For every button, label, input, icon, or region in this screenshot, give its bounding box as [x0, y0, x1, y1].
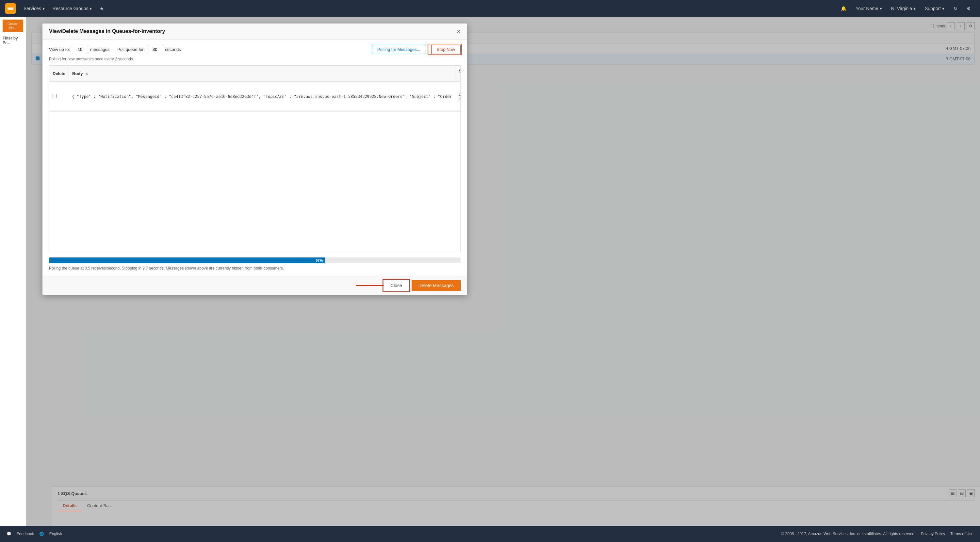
col-header-size: Size ⇅ [455, 66, 461, 82]
footer-right: © 2008 - 2017, Amazon Web Services, Inc.… [781, 532, 974, 536]
resource-groups-chevron-icon: ▾ [89, 6, 92, 11]
progress-bar-fill: 67% [49, 257, 325, 263]
footer-left: 💬 Feedback 🌐 English [6, 532, 62, 536]
services-nav-item[interactable]: Services ▾ [20, 4, 49, 13]
user-menu[interactable]: Your Name ▾ [852, 4, 886, 13]
view-up-to-control: View up to: messages [49, 46, 110, 53]
support-menu[interactable]: Support ▾ [921, 4, 948, 13]
content-area: 2 items ‹ › ⚙ Name Order... 4 GMT-07:00 [26, 17, 980, 526]
privacy-policy-link[interactable]: Privacy Policy [921, 532, 945, 536]
body-cell: { "Type" : "Notification", "MessageId" :… [69, 81, 455, 112]
col-header-delete: Delete [49, 66, 69, 82]
language-icon: 🌐 [39, 532, 44, 536]
modal-actions: Close Delete Messages [43, 276, 467, 295]
resource-groups-label: Resource Groups [52, 6, 89, 11]
table-row: { "Type" : "Notification", "MessageId" :… [49, 81, 461, 112]
modal-progress-area: 67% Polling the queue at 0.5 receives/se… [43, 257, 467, 276]
star-icon: ★ [100, 6, 104, 11]
view-up-to-label: View up to: [49, 47, 70, 52]
footer: 💬 Feedback 🌐 English © 2008 - 2017, Amaz… [0, 526, 980, 542]
progress-bar-container: 67% [49, 257, 461, 263]
resource-groups-nav-item[interactable]: Resource Groups ▾ [49, 4, 96, 13]
modal-body: View up to: messages Poll queue for: sec… [43, 40, 467, 257]
copyright-text: © 2008 - 2017, Amazon Web Services, Inc.… [781, 532, 915, 536]
settings-button[interactable]: ⚙ [963, 4, 975, 13]
messages-table: Delete Body ⇅ Size ⇅ [49, 66, 461, 112]
polling-info-text: Polling the queue at 0.5 receives/second… [49, 266, 461, 271]
close-button[interactable]: Close [383, 280, 409, 291]
size-cell: 1.2 KB [455, 81, 461, 112]
size-sort-icon[interactable]: ⇅ [460, 74, 461, 78]
notifications-icon[interactable]: 🔔 [837, 4, 850, 13]
messages-table-container: Delete Body ⇅ Size ⇅ [49, 65, 461, 252]
main-area: Create Ne... Filter by Pr... 2 items ‹ ›… [0, 17, 980, 526]
svg-marker-1 [8, 6, 13, 8]
polling-status-text: Polling for new messages once every 2 se… [49, 57, 461, 61]
refresh-button[interactable]: ↻ [950, 4, 961, 13]
aws-logo-icon [5, 3, 16, 14]
feedback-link[interactable]: Feedback [17, 532, 34, 536]
region-chevron-icon: ▾ [913, 6, 916, 11]
poll-queue-input[interactable] [147, 46, 163, 53]
language-link[interactable]: English [49, 532, 62, 536]
delete-messages-button[interactable]: Delete Messages [412, 280, 461, 291]
services-label: Services [24, 6, 41, 11]
seconds-label: seconds [165, 47, 181, 52]
terms-of-use-link[interactable]: Terms of Use [950, 532, 974, 536]
top-navigation: Services ▾ Resource Groups ▾ ★ 🔔 Your Na… [0, 0, 980, 17]
filter-by-label: Filter by Pr... [3, 36, 23, 45]
bell-icon: 🔔 [841, 6, 846, 11]
poll-queue-control: Poll queue for: seconds [117, 46, 181, 53]
region-menu[interactable]: N. Virginia ▾ [887, 4, 920, 13]
table-empty-area [49, 112, 460, 252]
modal-header: View/Delete Messages in Queues-for-Inven… [43, 24, 467, 40]
gear-icon: ⚙ [967, 6, 971, 11]
modal-close-button[interactable]: × [457, 28, 461, 35]
messages-table-body: { "Type" : "Notification", "MessageId" :… [49, 81, 461, 112]
support-label: Support [925, 6, 941, 11]
message-body-text: { "Type" : "Notification", "MessageId" :… [72, 94, 452, 99]
delete-checkbox[interactable] [52, 94, 57, 98]
refresh-icon: ↻ [953, 6, 958, 11]
table-header-row: Delete Body ⇅ Size ⇅ [49, 66, 461, 82]
stop-now-container: Stop Now [429, 45, 461, 54]
col-header-body: Body ⇅ [69, 66, 455, 82]
support-chevron-icon: ▾ [942, 6, 944, 11]
view-delete-messages-modal: View/Delete Messages in Queues-for-Inven… [43, 24, 467, 295]
view-up-to-input[interactable] [72, 46, 88, 53]
favorites-nav-item[interactable]: ★ [96, 4, 108, 13]
create-new-button[interactable]: Create Ne... [3, 20, 23, 32]
progress-percentage-label: 67% [315, 258, 323, 262]
user-name-label: Your Name [856, 6, 878, 11]
modal-title: View/Delete Messages in Queues-for-Inven… [49, 29, 165, 34]
user-chevron-icon: ▾ [880, 6, 882, 11]
body-sort-icon[interactable]: ⇅ [85, 72, 88, 76]
polling-for-messages-button[interactable]: Polling for Messages... [372, 45, 426, 54]
messages-label: messages [90, 47, 110, 52]
delete-cell [49, 81, 69, 112]
services-chevron-icon: ▾ [43, 6, 45, 11]
stop-now-button[interactable]: Stop Now [431, 45, 461, 54]
close-button-container: Close [383, 280, 409, 291]
region-label: N. Virginia [891, 6, 912, 11]
feedback-icon: 💬 [6, 532, 11, 536]
poll-queue-label: Poll queue for: [117, 47, 145, 52]
sidebar: Create Ne... Filter by Pr... [0, 17, 26, 526]
svg-rect-0 [8, 8, 13, 10]
